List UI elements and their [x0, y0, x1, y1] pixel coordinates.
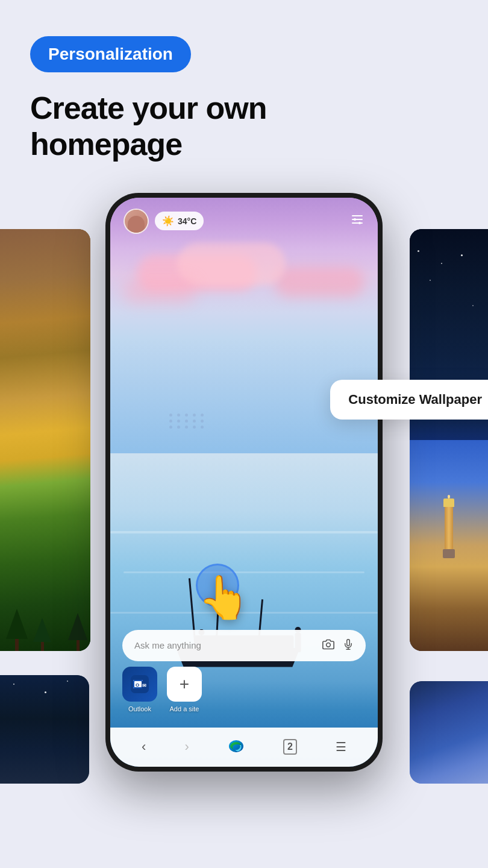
thumbnail-mountain — [0, 229, 90, 651]
search-bar[interactable]: Ask me anything — [122, 630, 366, 661]
thumbnail-lighthouse — [410, 229, 488, 651]
weather-badge: ☀️ 34°C — [155, 212, 204, 230]
nav-menu-button[interactable]: ☰ — [336, 740, 346, 754]
phone-frame: ☀️ 34°C — [105, 193, 383, 772]
outlook-icon: O ✉ — [122, 667, 157, 702]
cloud-3 — [177, 243, 286, 285]
add-site-label: Add a site — [170, 705, 199, 712]
temperature: 34°C — [178, 216, 196, 226]
search-icons — [322, 638, 354, 653]
svg-text:✉: ✉ — [142, 683, 146, 688]
topbar-left: ☀️ 34°C — [124, 209, 204, 234]
outlook-label: Outlook — [128, 705, 151, 712]
edge-icon — [228, 737, 245, 754]
title-line1: Create your own — [30, 90, 266, 125]
nav-tabs-button[interactable]: 2 — [283, 739, 297, 755]
tooltip-text: Customize Wallpaper — [348, 392, 482, 407]
weather-icon: ☀️ — [162, 215, 174, 227]
mockup-area: ☀️ 34°C — [0, 193, 488, 784]
outlook-app[interactable]: O ✉ Outlook — [122, 667, 157, 712]
hand-cursor-icon: 👆 — [198, 573, 250, 622]
thumbnail-night — [0, 675, 89, 784]
phone-topbar: ☀️ 34°C — [110, 198, 378, 245]
page-title: Create your own homepage — [30, 90, 458, 163]
personalization-badge: Personalization — [30, 36, 191, 72]
svg-point-4 — [358, 222, 361, 224]
badge-label: Personalization — [48, 45, 173, 63]
thumbnail-blue — [410, 681, 488, 784]
settings-icon — [350, 212, 364, 227]
nav-forward-button[interactable]: › — [184, 739, 189, 755]
microphone-icon[interactable] — [343, 638, 354, 653]
phone-screen: ☀️ 34°C — [110, 198, 378, 767]
phone-navbar: ‹ › — [110, 728, 378, 767]
cloud-2 — [274, 267, 364, 297]
add-site-app[interactable]: + Add a site — [167, 667, 202, 712]
edge-logo[interactable] — [228, 737, 245, 756]
page-container: Personalization Create your own homepage — [0, 0, 488, 868]
svg-text:O: O — [136, 682, 139, 688]
svg-point-2 — [354, 218, 356, 221]
customize-wallpaper-tooltip: Customize Wallpaper — [330, 380, 488, 420]
settings-button[interactable] — [350, 212, 364, 230]
search-placeholder: Ask me anything — [134, 640, 201, 650]
title-line2: homepage — [30, 127, 182, 162]
svg-point-5 — [327, 643, 331, 647]
header-section: Personalization Create your own homepage — [0, 0, 488, 175]
app-shortcuts: O ✉ Outlook + Add a site — [122, 667, 202, 712]
user-avatar[interactable] — [124, 209, 149, 234]
nav-back-button[interactable]: ‹ — [142, 739, 146, 755]
camera-icon[interactable] — [322, 638, 334, 653]
add-site-icon: + — [167, 667, 202, 702]
sky-dots — [169, 414, 205, 429]
